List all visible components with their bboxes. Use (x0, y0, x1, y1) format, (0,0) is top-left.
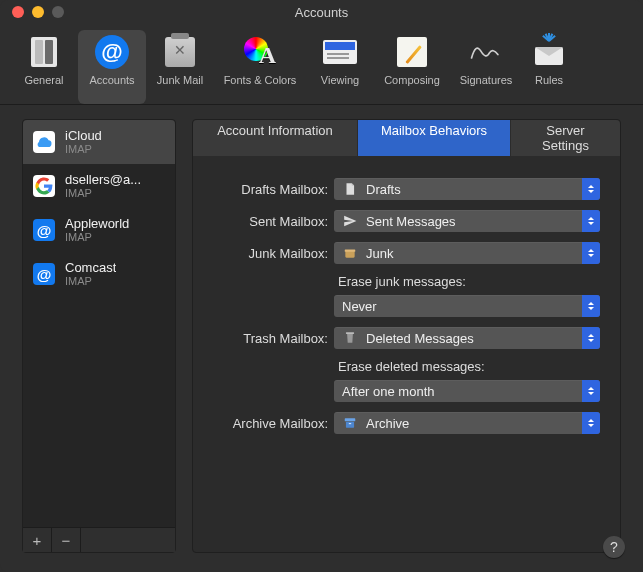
junk-erase-popup[interactable]: Never (334, 295, 600, 317)
viewing-icon (322, 34, 358, 70)
toolbar-label: General (24, 74, 63, 86)
content-area: iCloud IMAP dsellers@a... (0, 105, 643, 567)
tabstrip: Account Information Mailbox Behaviors Se… (193, 120, 620, 156)
toolbar-accounts[interactable]: @ Accounts (78, 30, 146, 104)
account-row-appleworld[interactable]: @ Appleworld IMAP (23, 208, 175, 252)
archive-mailbox-popup[interactable]: Archive (334, 412, 600, 434)
svg-rect-1 (345, 250, 356, 252)
account-row-icloud[interactable]: iCloud IMAP (23, 120, 175, 164)
at-icon: @ (33, 219, 55, 241)
account-type: IMAP (65, 231, 129, 243)
chevron-updown-icon (582, 380, 600, 402)
trash-value: Deleted Messages (366, 331, 582, 346)
toolbar-fonts[interactable]: A Fonts & Colors (214, 30, 306, 104)
add-account-button[interactable]: + (23, 528, 52, 552)
trash-icon (342, 330, 358, 346)
help-button[interactable]: ? (603, 536, 625, 558)
sent-icon (342, 213, 358, 229)
toolbar-rules[interactable]: Rules (522, 30, 576, 104)
account-row-google[interactable]: dsellers@a... IMAP (23, 164, 175, 208)
trash-erase-value: After one month (342, 384, 582, 399)
trash-mailbox-popup[interactable]: Deleted Messages (334, 327, 600, 349)
junk-icon (162, 34, 198, 70)
sent-label: Sent Mailbox: (203, 214, 334, 229)
archive-icon (342, 415, 358, 431)
toolbar-label: Signatures (460, 74, 513, 86)
junk-label: Junk Mailbox: (203, 246, 334, 261)
account-type: IMAP (65, 275, 116, 287)
preferences-window: Accounts General @ Accounts Junk Mail A … (0, 0, 643, 572)
toolbar-composing[interactable]: Composing (374, 30, 450, 104)
rules-icon (531, 34, 567, 70)
account-row-comcast[interactable]: @ Comcast IMAP (23, 252, 175, 296)
junk-value: Junk (366, 246, 582, 261)
svg-rect-5 (349, 423, 351, 424)
toolbar-signatures[interactable]: Signatures (450, 30, 522, 104)
account-type: IMAP (65, 187, 141, 199)
toolbar-junk[interactable]: Junk Mail (146, 30, 214, 104)
window-title: Accounts (0, 5, 643, 20)
icloud-icon (33, 131, 55, 153)
accounts-sidebar: iCloud IMAP dsellers@a... (22, 119, 176, 553)
chevron-updown-icon (582, 327, 600, 349)
toolbar-general[interactable]: General (10, 30, 78, 104)
junk-erase-label: Erase junk messages: (334, 274, 600, 289)
toolbar-label: Accounts (89, 74, 134, 86)
tab-server-settings[interactable]: Server Settings (511, 120, 620, 156)
toolbar-label: Junk Mail (157, 74, 203, 86)
account-name: Comcast (65, 261, 116, 275)
close-button[interactable] (12, 6, 24, 18)
minimize-button[interactable] (32, 6, 44, 18)
toolbar-label: Composing (384, 74, 440, 86)
drafts-value: Drafts (366, 182, 582, 197)
trash-erase-popup[interactable]: After one month (334, 380, 600, 402)
form: Drafts Mailbox: Drafts Sent Mailbox: Sen… (193, 156, 620, 552)
tab-account-info[interactable]: Account Information (193, 120, 358, 156)
junk-mailbox-popup[interactable]: Junk (334, 242, 600, 264)
chevron-updown-icon (582, 295, 600, 317)
fonts-icon: A (242, 34, 278, 70)
junk-icon (342, 245, 358, 261)
account-name: iCloud (65, 129, 102, 143)
junk-erase-value: Never (342, 299, 582, 314)
toolbar-label: Rules (535, 74, 563, 86)
archive-value: Archive (366, 416, 582, 431)
accounts-icon: @ (94, 34, 130, 70)
toolbar-viewing[interactable]: Viewing (306, 30, 374, 104)
trash-label: Trash Mailbox: (203, 331, 334, 346)
account-name: Appleworld (65, 217, 129, 231)
drafts-label: Drafts Mailbox: (203, 182, 334, 197)
settings-pane: Account Information Mailbox Behaviors Se… (192, 119, 621, 553)
google-icon (33, 175, 55, 197)
toolbar: General @ Accounts Junk Mail A Fonts & C… (0, 24, 643, 105)
account-type: IMAP (65, 143, 102, 155)
chevron-updown-icon (582, 178, 600, 200)
toolbar-label: Viewing (321, 74, 359, 86)
sent-mailbox-popup[interactable]: Sent Messages (334, 210, 600, 232)
archive-label: Archive Mailbox: (203, 416, 334, 431)
toolbar-label: Fonts & Colors (224, 74, 297, 86)
titlebar: Accounts (0, 0, 643, 24)
svg-rect-2 (346, 332, 354, 334)
drafts-icon (342, 181, 358, 197)
sidebar-footer: + − (23, 527, 175, 552)
general-icon (26, 34, 62, 70)
signatures-icon (468, 34, 504, 70)
svg-rect-4 (346, 422, 354, 428)
svg-rect-3 (345, 418, 356, 421)
account-name: dsellers@a... (65, 173, 141, 187)
sent-value: Sent Messages (366, 214, 582, 229)
chevron-updown-icon (582, 412, 600, 434)
composing-icon (394, 34, 430, 70)
remove-account-button[interactable]: − (52, 528, 81, 552)
chevron-updown-icon (582, 242, 600, 264)
tab-mailbox-behaviors[interactable]: Mailbox Behaviors (358, 120, 511, 156)
maximize-button[interactable] (52, 6, 64, 18)
drafts-mailbox-popup[interactable]: Drafts (334, 178, 600, 200)
window-controls (12, 6, 64, 18)
chevron-updown-icon (582, 210, 600, 232)
accounts-list: iCloud IMAP dsellers@a... (23, 120, 175, 527)
at-icon: @ (33, 263, 55, 285)
trash-erase-label: Erase deleted messages: (334, 359, 600, 374)
